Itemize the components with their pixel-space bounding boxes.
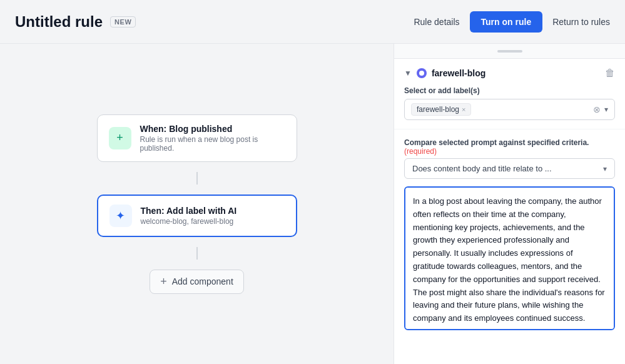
farewell-blog-tag: farewell-blog × [411,103,471,116]
action-card[interactable]: ✦ Then: Add label with AI welcome-blog, … [97,195,297,237]
header-left: Untitled rule NEW [15,13,136,31]
compare-label: Compare selected prompt against specifie… [404,138,615,156]
compare-section: Compare selected prompt against specifie… [394,129,625,341]
header: Untitled rule NEW Rule details Turn on r… [0,0,625,44]
add-component-button[interactable]: + Add component [150,270,244,294]
label-name-row: ▼ farewell-blog [404,68,485,78]
required-badge: (required) [404,147,437,156]
select-label-field-label: Select or add label(s) [404,86,615,95]
page-title: Untitled rule [15,13,103,31]
action-card-content: Then: Add label with AI welcome-blog, fa… [141,206,237,226]
connector-line [196,172,198,185]
collapse-icon[interactable]: ▼ [404,69,412,78]
collapsed-bar [497,50,522,53]
label-dot-icon [417,68,427,78]
turn-on-rule-button[interactable]: Turn on rule [470,11,543,33]
criteria-chevron-icon: ▾ [603,164,607,173]
action-card-title: Then: Add label with AI [141,206,237,216]
add-component-label: Add component [172,276,233,286]
connector-line-2 [196,247,198,260]
action-card-subtitle: welcome-blog, farewell-blog [141,217,237,226]
label-name-text: farewell-blog [432,68,485,78]
trigger-card-subtitle: Rule is run when a new blog post is publ… [140,135,285,153]
trigger-card-title: When: Blog published [140,124,285,134]
workflow-panel: + When: Blog published Rule is run when … [0,44,394,364]
criteria-select-text: Does content body and title relate to ..… [412,164,552,173]
label-input-controls: ⊗ ▾ [593,104,608,114]
rule-details-button[interactable]: Rule details [414,17,459,27]
label-section: ▼ farewell-blog 🗑 Select or add label(s)… [394,59,625,129]
trigger-icon: + [109,127,131,149]
trigger-card-content: When: Blog published Rule is run when a … [140,124,285,153]
label-header: ▼ farewell-blog 🗑 [404,68,615,79]
label-input-row[interactable]: farewell-blog × ⊗ ▾ [404,99,615,120]
return-to-rules-button[interactable]: Return to rules [552,17,610,27]
compare-label-text: Compare selected prompt against specifie… [404,138,589,147]
delete-label-icon[interactable]: 🗑 [605,68,615,79]
new-badge: NEW [110,16,136,28]
trigger-card[interactable]: + When: Blog published Rule is run when … [97,114,297,162]
right-panel: ▼ farewell-blog 🗑 Select or add label(s)… [394,44,625,364]
header-right: Rule details Turn on rule Return to rule… [414,11,610,33]
criteria-textarea[interactable]: In a blog post about leaving the company… [404,186,615,330]
clear-icon[interactable]: ⊗ [593,104,601,114]
criteria-select-dropdown[interactable]: Does content body and title relate to ..… [404,158,615,179]
action-icon: ✦ [109,205,132,227]
dropdown-chevron-icon[interactable]: ▾ [604,105,608,114]
panel-top-collapsed [394,44,625,59]
tag-text: farewell-blog [417,105,459,114]
main-content: + When: Blog published Rule is run when … [0,44,625,364]
add-plus-icon: + [160,275,167,288]
tag-remove-icon[interactable]: × [462,106,465,113]
